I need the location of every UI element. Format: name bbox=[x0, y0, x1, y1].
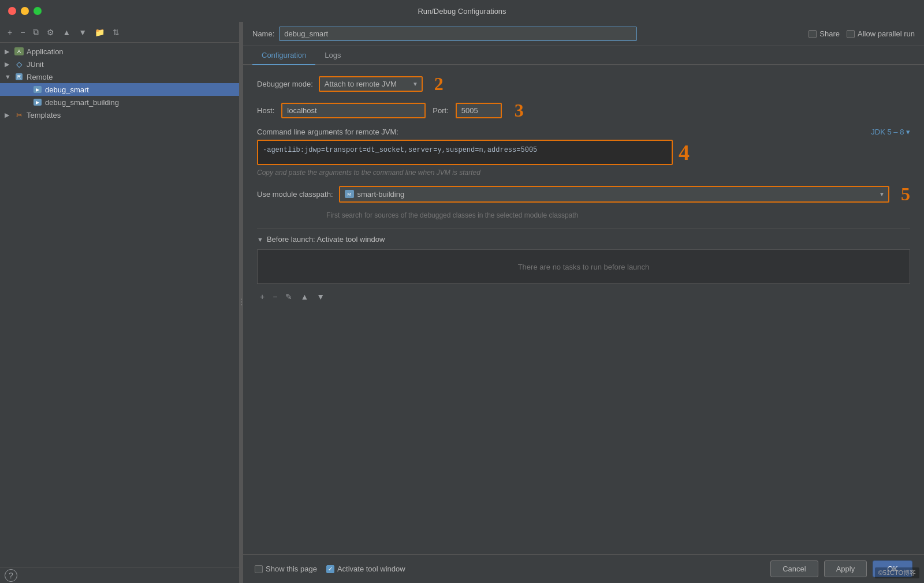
remote-icon: R bbox=[14, 72, 24, 81]
parallel-checkbox-label[interactable]: Allow parallel run bbox=[847, 29, 915, 38]
before-launch-up-button[interactable]: ▲ bbox=[297, 291, 311, 302]
application-label: Application bbox=[27, 47, 64, 56]
host-input[interactable] bbox=[281, 103, 426, 118]
settings-button[interactable]: ⚙ bbox=[44, 27, 57, 38]
module-classpath-label: Use module classpath: bbox=[257, 190, 333, 199]
module-select-display[interactable]: M smart-building bbox=[339, 186, 889, 203]
sidebar-bottom: ? bbox=[0, 567, 239, 583]
junit-icon: ◇ bbox=[14, 59, 24, 69]
debugger-mode-select-wrapper: Attach to remote JVM Listen to remote JV… bbox=[319, 76, 423, 92]
activate-tool-checkbox[interactable]: ✓ bbox=[326, 565, 334, 573]
sidebar-item-debug-smart-building[interactable]: ▶ debug_smart_building bbox=[0, 96, 239, 109]
junit-label: JUnit bbox=[27, 60, 44, 69]
tree-arrow: ▶ bbox=[5, 61, 14, 68]
sidebar: + − ⧉ ⚙ ▲ ▼ 📁 ⇅ ▶ A Application ▶ ◇ bbox=[0, 22, 240, 583]
move-up-button[interactable]: ▲ bbox=[59, 27, 73, 38]
share-label: Share bbox=[819, 29, 840, 38]
tab-configuration[interactable]: Configuration bbox=[252, 46, 315, 65]
close-button[interactable] bbox=[8, 7, 16, 15]
templates-icon: ✂ bbox=[14, 110, 24, 119]
before-launch-header[interactable]: ▼ Before launch: Activate tool window bbox=[257, 229, 910, 249]
sidebar-item-junit[interactable]: ▶ ◇ JUnit bbox=[0, 58, 239, 70]
show-page-text: Show this page bbox=[266, 565, 317, 573]
maximize-button[interactable] bbox=[33, 7, 42, 15]
name-label: Name: bbox=[252, 29, 274, 38]
before-launch-label: Before launch: Activate tool window bbox=[267, 235, 385, 244]
share-checkbox-label[interactable]: Share bbox=[808, 29, 840, 38]
tabs-bar: Configuration Logs bbox=[243, 46, 924, 65]
annotation-5: 5 bbox=[901, 185, 910, 203]
activate-tool-text: Activate tool window bbox=[337, 565, 405, 573]
titlebar: Run/Debug Configurations bbox=[0, 0, 924, 22]
templates-label: Templates bbox=[27, 111, 61, 119]
collapse-icon: ▼ bbox=[257, 236, 263, 243]
remove-config-button[interactable]: − bbox=[17, 27, 28, 38]
minimize-button[interactable] bbox=[21, 7, 29, 15]
host-label: Host: bbox=[257, 106, 274, 115]
name-input[interactable] bbox=[279, 27, 637, 41]
debugger-mode-row: Debugger mode: Attach to remote JVM List… bbox=[257, 74, 910, 93]
module-hint: First search for sources of the debugged… bbox=[326, 211, 910, 219]
share-checkbox[interactable] bbox=[808, 30, 817, 38]
annotation-3: 3 bbox=[515, 101, 524, 119]
copy-config-button[interactable]: ⧉ bbox=[30, 26, 42, 38]
annotation-4: 4 bbox=[679, 141, 690, 163]
before-launch-toolbar: + − ✎ ▲ ▼ bbox=[257, 289, 910, 305]
tree-arrow-remote: ▼ bbox=[5, 73, 14, 80]
content-area: Name: Share Allow parallel run Configura… bbox=[243, 22, 924, 583]
cmdline-input[interactable]: -agentlib:jdwp=transport=dt_socket,serve… bbox=[257, 140, 673, 165]
folder-button[interactable]: 📁 bbox=[92, 27, 107, 38]
help-button[interactable]: ? bbox=[5, 569, 17, 582]
port-input[interactable] bbox=[456, 103, 502, 118]
add-config-button[interactable]: + bbox=[5, 27, 15, 38]
watermark: ©51CTO博客 bbox=[875, 567, 919, 578]
show-page-checkbox[interactable] bbox=[255, 565, 263, 573]
main-layout: + − ⧉ ⚙ ▲ ▼ 📁 ⇅ ▶ A Application ▶ ◇ bbox=[0, 22, 924, 583]
cmdline-section: Command line arguments for remote JVM: J… bbox=[257, 128, 910, 177]
config-icon-1: ▶ bbox=[32, 85, 43, 94]
config-content: Debugger mode: Attach to remote JVM List… bbox=[243, 65, 924, 554]
tree-arrow-templates: ▶ bbox=[5, 111, 14, 119]
port-label: Port: bbox=[433, 106, 448, 115]
traffic-lights[interactable] bbox=[8, 7, 42, 15]
debug-smart-building-label: debug_smart_building bbox=[45, 98, 119, 107]
move-down-button[interactable]: ▼ bbox=[76, 27, 90, 38]
sidebar-item-debug-smart[interactable]: ▶ debug_smart bbox=[0, 83, 239, 96]
before-launch-down-button[interactable]: ▼ bbox=[314, 291, 327, 302]
parallel-checkbox[interactable] bbox=[847, 30, 855, 38]
cmdline-header: Command line arguments for remote JVM: J… bbox=[257, 128, 910, 136]
sidebar-item-remote[interactable]: ▼ R Remote bbox=[0, 70, 239, 83]
module-classpath-row: Use module classpath: M smart-building ▼… bbox=[257, 185, 910, 203]
name-bar-right: Share Allow parallel run bbox=[808, 29, 915, 38]
no-tasks-text: There are no tasks to run before launch bbox=[518, 263, 650, 271]
before-launch-add-button[interactable]: + bbox=[257, 291, 267, 302]
before-launch-remove-button[interactable]: − bbox=[270, 291, 280, 302]
debug-smart-label: debug_smart bbox=[45, 85, 89, 94]
annotation-2: 2 bbox=[434, 74, 444, 93]
sidebar-item-application[interactable]: ▶ A Application bbox=[0, 45, 239, 58]
cancel-button[interactable]: Cancel bbox=[770, 560, 818, 577]
config-icon-2: ▶ bbox=[32, 98, 43, 107]
name-bar: Name: Share Allow parallel run bbox=[243, 22, 924, 46]
sidebar-item-templates[interactable]: ▶ ✂ Templates bbox=[0, 109, 239, 121]
tree-arrow: ▶ bbox=[5, 48, 14, 55]
module-select-wrapper: M smart-building ▼ bbox=[339, 186, 889, 203]
bottom-checkboxes: Show this page ✓ Activate tool window bbox=[255, 565, 405, 573]
sidebar-tree: ▶ A Application ▶ ◇ JUnit ▼ R Re bbox=[0, 43, 239, 567]
tab-logs[interactable]: Logs bbox=[315, 46, 350, 65]
jdk-link[interactable]: JDK 5 – 8 ▾ bbox=[871, 128, 910, 136]
show-page-label[interactable]: Show this page bbox=[255, 565, 317, 573]
remote-label: Remote bbox=[27, 73, 53, 81]
window-title: Run/Debug Configurations bbox=[418, 7, 506, 16]
before-launch-body: There are no tasks to run before launch bbox=[257, 249, 910, 284]
sort-button[interactable]: ⇅ bbox=[110, 27, 122, 38]
host-port-row: Host: Port: 3 bbox=[257, 101, 910, 119]
activate-tool-label[interactable]: ✓ Activate tool window bbox=[326, 565, 405, 573]
debugger-mode-select[interactable]: Attach to remote JVM Listen to remote JV… bbox=[319, 76, 423, 92]
parallel-label: Allow parallel run bbox=[858, 29, 915, 38]
before-launch-edit-button[interactable]: ✎ bbox=[282, 291, 295, 302]
module-icon: M bbox=[345, 190, 354, 198]
before-launch-section: ▼ Before launch: Activate tool window Th… bbox=[257, 229, 910, 305]
apply-button[interactable]: Apply bbox=[824, 560, 867, 577]
sidebar-toolbar: + − ⧉ ⚙ ▲ ▼ 📁 ⇅ bbox=[0, 22, 239, 43]
